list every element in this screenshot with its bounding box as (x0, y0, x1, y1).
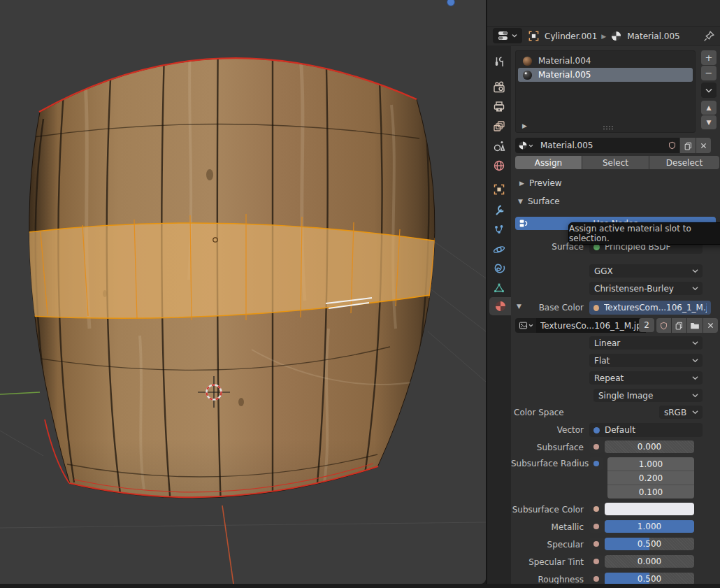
shield-icon (668, 141, 677, 150)
duplicate-icon (675, 321, 684, 330)
subsurface-label: Subsurface (511, 443, 584, 452)
unlink-image-button[interactable] (703, 318, 718, 333)
tab-output[interactable] (487, 98, 511, 116)
chevron-down-icon (692, 375, 698, 380)
navigation-gizmo-axis-dot[interactable] (447, 0, 455, 6)
tab-particles[interactable] (487, 221, 511, 239)
assign-button[interactable]: Assign (515, 156, 582, 169)
blender-window: Cylinder.001 ▶ Material.005 (0, 0, 720, 588)
panel-header-surface[interactable]: ▼ Surface (518, 196, 560, 206)
expand-right-icon: ▶ (519, 180, 524, 187)
new-material-copy-button[interactable] (680, 138, 696, 153)
open-image-button[interactable] (687, 318, 703, 333)
specular-socket[interactable] (589, 538, 603, 550)
properties-header: Cylinder.001 ▶ Material.005 (487, 27, 720, 46)
interpolation-dropdown[interactable]: Linear (589, 336, 703, 350)
specular-tint-socket[interactable] (589, 555, 603, 568)
tab-world[interactable] (487, 157, 511, 175)
material-properties-content: Material.004 Material.005 ▶ (511, 46, 720, 584)
close-icon (700, 142, 707, 150)
image-name-field[interactable]: TexturesCo...106_1_M.jpg (536, 318, 646, 333)
chevron-down-icon (692, 358, 698, 363)
remove-slot-button[interactable]: − (701, 66, 717, 80)
3d-viewport[interactable] (0, 0, 486, 584)
socket-dot-icon (593, 506, 599, 512)
tab-view-layer[interactable] (487, 117, 511, 136)
image-fake-user-button[interactable] (656, 318, 671, 333)
slot-specials-menu-button[interactable] (701, 83, 717, 98)
material-preview-sphere-icon (522, 70, 533, 80)
subsurface-color-swatch[interactable] (605, 503, 694, 515)
base-color-label: Base Color (511, 303, 584, 313)
add-slot-button[interactable]: + (701, 50, 717, 65)
radius-z-field[interactable]: 0.100 (607, 485, 694, 499)
extension-dropdown[interactable]: Repeat (589, 371, 703, 385)
image-source-dropdown[interactable]: Single Image (593, 389, 703, 402)
chevron-down-icon (692, 410, 698, 415)
material-name-field[interactable]: Material.005 (536, 138, 672, 153)
select-button[interactable]: Select (582, 156, 649, 169)
material-slots-list[interactable]: Material.004 Material.005 ▶ (515, 50, 696, 133)
subsurface-socket[interactable] (589, 440, 603, 453)
subsurface-radius-vector[interactable]: 1.000 0.200 0.100 (607, 457, 694, 499)
tab-object-data[interactable] (487, 279, 511, 297)
pin-icon[interactable] (703, 29, 716, 43)
subsurface-color-label: Subsurface Color (511, 505, 584, 515)
chevron-down-icon (692, 286, 698, 291)
socket-dot-icon (593, 524, 599, 529)
distribution-dropdown[interactable]: GGX (589, 264, 703, 278)
image-icon (519, 321, 528, 330)
move-slot-down-button[interactable]: ▼ (701, 115, 717, 129)
editor-bottom-edge (0, 584, 720, 588)
radius-x-field[interactable]: 1.000 (607, 457, 694, 471)
deselect-button[interactable]: Deselect (649, 156, 719, 169)
color-space-dropdown[interactable]: sRGB (659, 406, 703, 419)
panel-header-preview[interactable]: ▶ Preview (519, 178, 562, 188)
list-filter-expand-icon[interactable]: ▶ (522, 122, 527, 129)
move-slot-up-button[interactable]: ▲ (701, 101, 717, 115)
breadcrumb-object[interactable]: Cylinder.001 (545, 31, 597, 41)
tab-tool[interactable] (487, 53, 511, 71)
list-resize-grip[interactable] (603, 125, 614, 130)
specular-tint-slider[interactable]: 0.000 (605, 555, 694, 568)
subsurface-slider[interactable]: 0.000 (605, 440, 694, 453)
subsurface-radius-socket[interactable] (589, 457, 603, 470)
subsurface-method-dropdown[interactable]: Christensen-Burley (589, 282, 703, 295)
fake-user-shield-button[interactable] (665, 138, 679, 153)
texture-node-dot-icon (593, 305, 599, 311)
editor-type-button[interactable] (493, 28, 522, 43)
image-users-count-button[interactable]: 2 (639, 318, 654, 332)
tab-modifiers[interactable] (487, 201, 511, 220)
tab-material[interactable] (489, 297, 511, 315)
base-color-texture-field[interactable]: TexturesCom...106_1_M.jpg (589, 301, 711, 315)
browse-material-button[interactable] (515, 138, 536, 153)
projection-dropdown[interactable]: Flat (589, 354, 703, 367)
subsurface-color-socket[interactable] (589, 503, 603, 515)
radius-y-field[interactable]: 0.200 (607, 471, 694, 485)
material-slot[interactable]: Material.004 (518, 54, 693, 68)
metallic-slider[interactable]: 1.000 (605, 520, 694, 533)
tooltip-text: Assign active material slot to selection… (569, 224, 720, 243)
viewport-canvas[interactable] (0, 0, 486, 584)
outliner-empty-area[interactable] (487, 0, 720, 27)
tab-physics[interactable] (487, 241, 511, 259)
tab-object[interactable] (487, 180, 511, 199)
socket-dot-icon (593, 541, 599, 547)
metallic-socket[interactable] (589, 520, 603, 533)
material-slot-selected[interactable]: Material.005 (518, 68, 693, 82)
material-icon (610, 30, 622, 42)
tab-scene[interactable] (487, 137, 511, 155)
tab-constraints[interactable] (487, 260, 511, 278)
specular-slider[interactable]: 0.500 (605, 538, 694, 550)
breadcrumb-material[interactable]: Material.005 (627, 31, 679, 41)
tab-render[interactable] (487, 78, 511, 96)
browse-image-button[interactable] (515, 318, 536, 333)
chevron-down-icon (528, 324, 533, 327)
expand-down-icon: ▼ (518, 198, 523, 205)
folder-icon (690, 322, 700, 330)
vector-field[interactable]: Default (589, 423, 703, 437)
specular-tint-label: Specular Tint (511, 557, 584, 567)
unlink-material-button[interactable] (696, 138, 711, 153)
image-copy-button[interactable] (672, 318, 686, 333)
metallic-label: Metallic (511, 522, 584, 532)
